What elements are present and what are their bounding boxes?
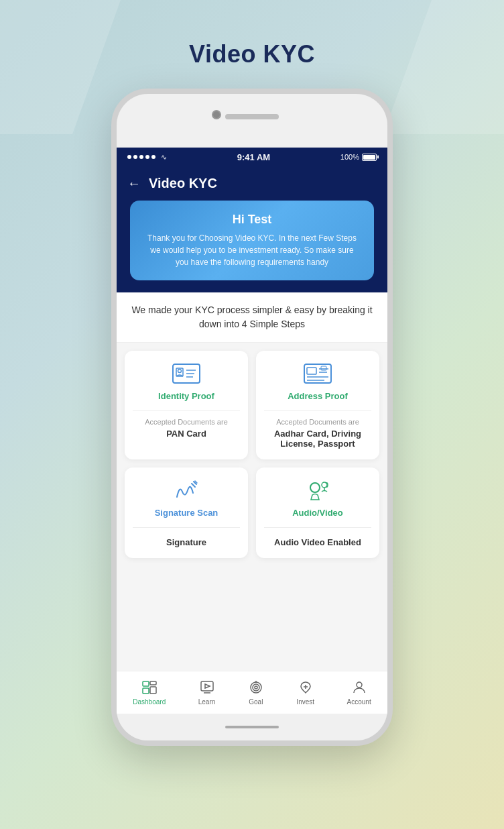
header-title: Video KYC	[149, 176, 217, 191]
phone-speaker	[225, 114, 279, 119]
phone-device: ∿ 9:41 AM 100% ← Video KYC Hi Test Thank…	[111, 89, 393, 746]
status-right: 100%	[340, 153, 377, 161]
audio-divider	[264, 527, 371, 528]
nav-goal[interactable]: Goal	[248, 679, 264, 706]
phone-bottom	[117, 714, 387, 740]
signal-dot-5	[151, 155, 155, 159]
signal-dot-2	[133, 155, 137, 159]
signal-dots	[127, 155, 155, 159]
audio-video-icon	[303, 478, 332, 502]
identity-proof-title: Identity Proof	[158, 391, 214, 401]
account-icon	[351, 679, 367, 696]
address-icon	[303, 362, 332, 386]
address-accepted-label: Accepted Documents are	[276, 418, 359, 426]
nav-dashboard[interactable]: Dashboard	[133, 679, 166, 706]
signature-icon	[172, 478, 201, 502]
svg-rect-18	[150, 681, 156, 685]
nav-learn[interactable]: Learn	[198, 679, 216, 706]
svg-point-2	[178, 370, 182, 373]
invest-icon	[298, 679, 314, 696]
bg-shape-right	[383, 0, 504, 134]
bg-shape-left	[0, 0, 121, 134]
kyc-cards-grid: Identity Proof Accepted Documents are PA…	[117, 343, 387, 566]
learn-icon	[199, 679, 215, 696]
svg-rect-17	[143, 688, 149, 694]
nav-account-label: Account	[347, 698, 371, 706]
svg-point-13	[310, 483, 320, 492]
svg-rect-19	[150, 687, 156, 694]
svg-marker-21	[205, 684, 210, 688]
audio-video-title: Audio/Video	[292, 508, 343, 518]
nav-goal-label: Goal	[249, 698, 263, 706]
svg-rect-16	[143, 681, 149, 686]
svg-point-24	[253, 684, 259, 691]
app-header: ← Video KYC Hi Test Thank you for Choosi…	[117, 166, 387, 292]
dashboard-icon	[141, 679, 158, 696]
bottom-navigation: Dashboard Learn Goal	[117, 671, 387, 714]
welcome-card: Hi Test Thank you for Choosing Video KYC…	[130, 201, 374, 280]
back-button[interactable]: ←	[127, 176, 141, 191]
battery-icon	[362, 154, 377, 161]
status-time: 9:41 AM	[237, 152, 270, 162]
volume-up-button	[391, 201, 393, 228]
nav-learn-label: Learn	[198, 698, 216, 706]
phone-top	[117, 94, 387, 148]
signature-scan-card[interactable]: Signature Scan Signature	[125, 467, 248, 558]
goal-icon	[248, 679, 264, 696]
address-docs: Aadhar Card, Driving License, Passport	[264, 429, 371, 449]
header-row: ← Video KYC	[127, 176, 377, 191]
front-camera	[212, 110, 221, 119]
battery-percent: 100%	[340, 153, 359, 161]
status-bar: ∿ 9:41 AM 100%	[117, 148, 387, 166]
nav-dashboard-label: Dashboard	[133, 698, 166, 706]
address-divider	[264, 410, 371, 411]
identity-divider	[133, 410, 240, 411]
svg-rect-12	[321, 366, 326, 370]
audio-docs: Audio Video Enabled	[274, 537, 361, 547]
battery-fill	[363, 155, 375, 160]
signal-dot-4	[145, 155, 149, 159]
welcome-description: Thank you for Choosing Video KYC. In the…	[143, 232, 361, 268]
svg-rect-20	[201, 681, 213, 691]
signature-divider	[133, 527, 240, 528]
volume-down-button	[391, 238, 393, 265]
signal-dot-1	[127, 155, 131, 159]
main-content: We made your KYC process simpler & easy …	[117, 292, 387, 671]
nav-invest-label: Invest	[296, 698, 314, 706]
welcome-greeting: Hi Test	[143, 213, 361, 227]
address-proof-card[interactable]: Address Proof Accepted Documents are Aad…	[256, 351, 379, 459]
page-title: Video KYC	[189, 40, 315, 68]
identity-proof-card[interactable]: Identity Proof Accepted Documents are PA…	[125, 351, 248, 459]
identity-icon	[172, 362, 201, 386]
signature-scan-title: Signature Scan	[155, 508, 218, 518]
nav-invest[interactable]: Invest	[296, 679, 314, 706]
svg-rect-7	[307, 368, 316, 374]
nav-account[interactable]: Account	[347, 679, 371, 706]
signal-dot-3	[139, 155, 143, 159]
address-proof-title: Address Proof	[288, 391, 348, 401]
identity-accepted-label: Accepted Documents are	[145, 418, 228, 426]
svg-point-29	[357, 682, 362, 687]
status-left: ∿	[127, 153, 167, 162]
steps-description: We made your KYC process simpler & easy …	[117, 292, 387, 343]
home-indicator	[225, 726, 279, 728]
signature-docs: Signature	[166, 537, 206, 547]
power-button	[111, 221, 113, 262]
identity-docs: PAN Card	[166, 429, 206, 439]
phone-screen: ∿ 9:41 AM 100% ← Video KYC Hi Test Thank…	[117, 148, 387, 714]
audio-video-card[interactable]: Audio/Video Audio Video Enabled	[256, 467, 379, 558]
svg-point-25	[255, 686, 257, 689]
wifi-icon: ∿	[161, 153, 167, 162]
